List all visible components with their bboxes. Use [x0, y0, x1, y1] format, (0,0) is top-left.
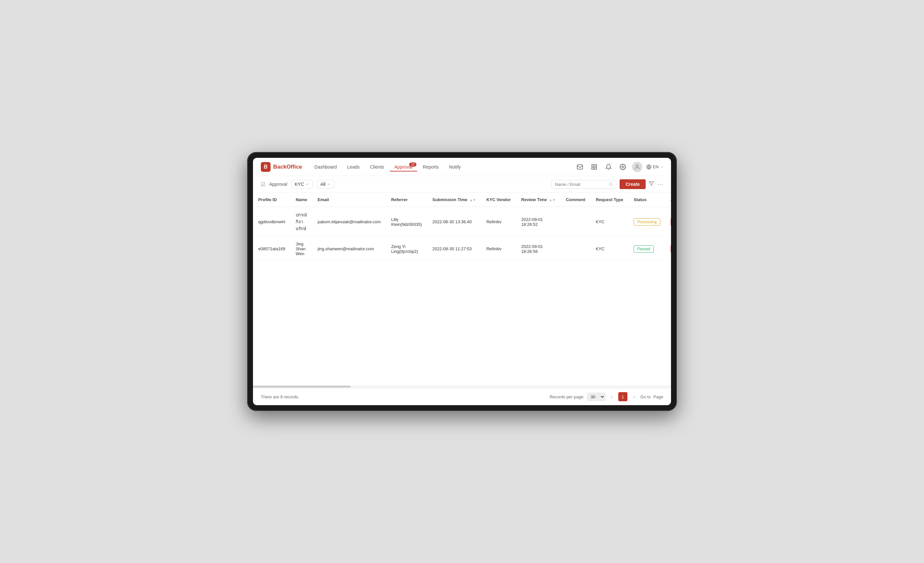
- all-filter-dropdown[interactable]: All: [317, 180, 334, 189]
- cell-referrer: Zeng Yi Ling(0jcrcbp2): [386, 237, 427, 261]
- col-comment: Comment: [561, 193, 591, 207]
- records-count: There are 8 records.: [261, 394, 299, 399]
- cell-submission-time: 2022-08-30 13:36:40: [427, 207, 481, 237]
- cell-email: pakom.kitjanuiak@mailinator.com: [312, 207, 386, 237]
- grid-icon[interactable]: [589, 162, 599, 172]
- table-row: qgdiovdbmwhi ปกรณ์ กิจานรักษ์ pakom.kitj…: [253, 207, 671, 237]
- nav-links: Dashboard Leads Clients Approval10 Repor…: [310, 162, 572, 172]
- create-button[interactable]: Create: [620, 179, 646, 189]
- cell-comment: [561, 237, 591, 261]
- svg-line-10: [612, 185, 612, 186]
- col-email: Email: [312, 193, 386, 207]
- next-page-btn[interactable]: ›: [630, 393, 638, 401]
- search-box[interactable]: [551, 180, 616, 189]
- svg-point-9: [609, 183, 612, 185]
- horizontal-scrollbar[interactable]: [253, 385, 671, 388]
- col-kyc-vendor: KYC Vendor: [481, 193, 516, 207]
- cell-email: jing.shanwen@mailinator.com: [312, 237, 386, 261]
- table-container: Profile ID Name Email Referrer Submissio…: [253, 193, 671, 385]
- nav-right: EN: [574, 162, 663, 172]
- goto-label: Go to: [640, 394, 651, 399]
- gear-icon[interactable]: [618, 162, 628, 172]
- breadcrumb-label: Approval: [269, 181, 287, 187]
- svg-rect-3: [592, 167, 594, 169]
- nav-reports[interactable]: Reports: [418, 162, 444, 172]
- logo-area: B BackOffice: [261, 162, 302, 172]
- status-badge: Processing: [634, 219, 660, 226]
- svg-point-6: [636, 165, 638, 167]
- table-body: qgdiovdbmwhi ปกรณ์ กิจานรักษ์ pakom.kitj…: [253, 207, 671, 261]
- svg-rect-4: [595, 167, 597, 169]
- nav-notify[interactable]: Notify: [445, 162, 466, 172]
- cell-comment: [561, 207, 591, 237]
- col-review-time[interactable]: Review Time ▲▼: [516, 193, 561, 207]
- nav-approval[interactable]: Approval10: [390, 162, 417, 172]
- col-actions: Actions: [666, 193, 671, 207]
- logo-text: BackOffice: [273, 164, 302, 170]
- cell-name: ปกรณ์ กิจานรักษ์: [290, 207, 312, 237]
- nav-dashboard[interactable]: Dashboard: [310, 162, 342, 172]
- inbox-icon[interactable]: [574, 162, 585, 172]
- more-options-icon[interactable]: ⋯: [657, 181, 663, 188]
- svg-point-5: [622, 166, 624, 168]
- prev-page-btn[interactable]: ‹: [608, 393, 616, 401]
- cell-referrer: Lilly Klein(9dz09335): [386, 207, 427, 237]
- per-page-label: Records per page:: [550, 394, 584, 399]
- nav-clients[interactable]: Clients: [365, 162, 388, 172]
- col-status: Status: [628, 193, 665, 207]
- search-input[interactable]: [555, 182, 606, 187]
- cell-status: Processing: [628, 207, 665, 237]
- svg-rect-2: [595, 164, 597, 166]
- nav-leads[interactable]: Leads: [342, 162, 364, 172]
- cell-profile-id: qgdiovdbmwhi: [253, 207, 290, 237]
- cell-kyc-vendor: Refinitiv: [481, 237, 516, 261]
- footer-right: Records per page: 30 50 100 ‹ 1 › Go to …: [550, 392, 663, 401]
- cell-actions: View: [666, 207, 671, 237]
- cell-status: Passed: [628, 237, 665, 261]
- cell-name: Jing Shan Wen: [290, 237, 312, 261]
- status-badge: Passed: [634, 246, 654, 253]
- table-row: e08571ata169 Jing Shan Wen jing.shanwen@…: [253, 237, 671, 261]
- toolbar-right: Create ⋯: [551, 179, 663, 189]
- navbar: B BackOffice Dashboard Leads Clients App…: [253, 158, 671, 176]
- svg-marker-11: [649, 181, 654, 186]
- page-label: Page: [654, 394, 663, 399]
- avatar[interactable]: [632, 162, 642, 172]
- col-profile-id: Profile ID: [253, 193, 290, 207]
- logo-icon: B: [261, 162, 270, 172]
- cell-actions: View: [666, 237, 671, 261]
- cell-review-time: 2022-09-01 18:26:56: [516, 237, 561, 261]
- cell-request-type: KYC: [591, 237, 628, 261]
- cell-review-time: 2022-09-01 18:26:52: [516, 207, 561, 237]
- svg-rect-0: [577, 165, 583, 169]
- screen: B BackOffice Dashboard Leads Clients App…: [253, 158, 671, 405]
- approval-badge: 10: [409, 162, 416, 167]
- col-name: Name: [290, 193, 312, 207]
- table-header-row: Profile ID Name Email Referrer Submissio…: [253, 193, 671, 207]
- col-referrer: Referrer: [386, 193, 427, 207]
- col-submission-time[interactable]: Submission Time ▲▼: [427, 193, 481, 207]
- approval-table: Profile ID Name Email Referrer Submissio…: [253, 193, 671, 261]
- cell-submission-time: 2022-08-30 11:27:53: [427, 237, 481, 261]
- bell-icon[interactable]: [603, 162, 614, 172]
- page-1-btn[interactable]: 1: [618, 392, 627, 401]
- cell-request-type: KYC: [591, 207, 628, 237]
- cell-kyc-vendor: Refinitiv: [481, 207, 516, 237]
- advanced-filter-icon[interactable]: [649, 181, 654, 187]
- device-frame: B BackOffice Dashboard Leads Clients App…: [247, 152, 677, 411]
- approval-icon: ☑: [261, 181, 266, 187]
- scrollbar-thumb: [253, 386, 351, 388]
- cell-profile-id: e08571ata169: [253, 237, 290, 261]
- language-selector[interactable]: EN: [646, 164, 663, 169]
- footer: There are 8 records. Records per page: 3…: [253, 388, 671, 405]
- toolbar: ☑ Approval KYC All Create ⋯: [253, 176, 671, 193]
- svg-rect-1: [592, 164, 594, 166]
- col-request-type: Request Type: [591, 193, 628, 207]
- kyc-filter-dropdown[interactable]: KYC: [291, 180, 313, 189]
- per-page-select[interactable]: 30 50 100: [587, 393, 605, 401]
